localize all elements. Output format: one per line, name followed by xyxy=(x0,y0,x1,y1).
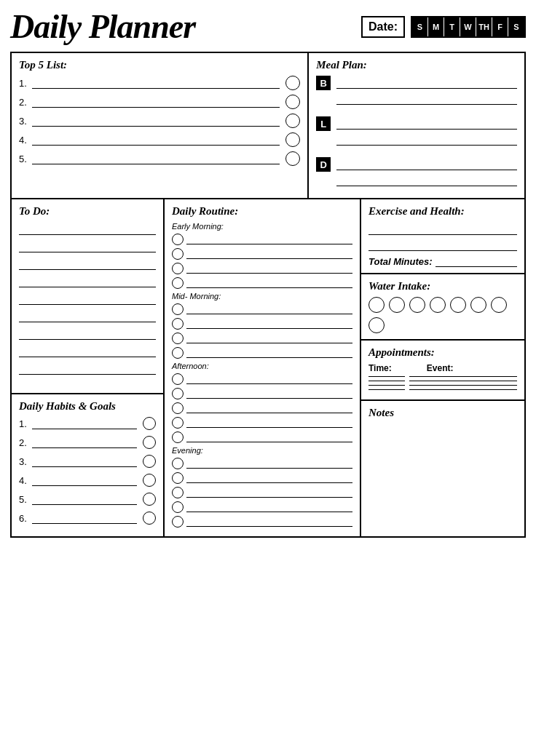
routine-circle[interactable] xyxy=(172,516,184,528)
lunch-line2[interactable] xyxy=(336,132,517,146)
water-circle[interactable] xyxy=(450,297,466,313)
appt-time-line[interactable] xyxy=(368,381,405,381)
appt-time-line[interactable] xyxy=(368,376,405,377)
breakfast-line1[interactable] xyxy=(336,76,517,89)
habit-circle[interactable] xyxy=(143,417,156,430)
routine-circle[interactable] xyxy=(172,487,184,498)
appt-event-line[interactable] xyxy=(409,376,517,377)
dinner-line1[interactable] xyxy=(336,157,517,170)
water-circle[interactable] xyxy=(409,297,425,313)
habit-circle[interactable] xyxy=(143,436,156,449)
routine-line[interactable] xyxy=(186,389,352,399)
water-circle[interactable] xyxy=(368,317,385,333)
item-circle[interactable] xyxy=(285,76,300,90)
routine-circle[interactable] xyxy=(172,318,184,330)
routine-line[interactable] xyxy=(186,502,352,512)
total-minutes-line[interactable] xyxy=(436,255,517,267)
appt-time-line[interactable] xyxy=(368,389,405,390)
appt-event-line[interactable] xyxy=(409,389,517,390)
routine-circle[interactable] xyxy=(172,248,184,260)
routine-line[interactable] xyxy=(186,348,352,358)
routine-circle[interactable] xyxy=(172,417,184,429)
day-cell-m[interactable]: M xyxy=(428,17,444,36)
day-cell-w[interactable]: W xyxy=(460,17,476,36)
appt-time-line[interactable] xyxy=(368,385,405,386)
routine-line[interactable] xyxy=(186,304,352,314)
habit-line[interactable] xyxy=(32,493,137,505)
todo-line[interactable] xyxy=(19,327,156,340)
routine-line[interactable] xyxy=(186,333,352,343)
appt-event-line[interactable] xyxy=(409,385,517,386)
routine-circle[interactable] xyxy=(172,373,184,385)
day-cell-s[interactable]: S xyxy=(412,17,428,36)
habit-line[interactable] xyxy=(32,474,137,486)
day-cell-f[interactable]: F xyxy=(492,17,508,36)
routine-circle[interactable] xyxy=(172,263,184,274)
water-circle[interactable] xyxy=(430,297,446,313)
item-line[interactable] xyxy=(32,115,280,127)
routine-line[interactable] xyxy=(186,418,352,428)
habit-circle[interactable] xyxy=(143,455,156,468)
habit-line[interactable] xyxy=(32,455,137,467)
item-circle[interactable] xyxy=(285,95,300,109)
exercise-line2[interactable] xyxy=(368,238,517,251)
habit-line[interactable] xyxy=(32,418,137,429)
item-line[interactable] xyxy=(32,96,280,108)
routine-line[interactable] xyxy=(186,517,352,527)
lunch-line1[interactable] xyxy=(336,116,517,130)
routine-circle[interactable] xyxy=(172,277,184,289)
day-cell-th[interactable]: TH xyxy=(476,17,492,36)
todo-line[interactable] xyxy=(19,362,156,375)
todo-line[interactable] xyxy=(19,257,156,270)
routine-line[interactable] xyxy=(186,249,352,259)
appt-event-line[interactable] xyxy=(409,381,517,381)
routine-circle[interactable] xyxy=(172,347,184,359)
routine-line[interactable] xyxy=(186,473,352,483)
routine-line[interactable] xyxy=(186,234,352,244)
routine-circle[interactable] xyxy=(172,303,184,315)
habit-line[interactable] xyxy=(32,512,137,524)
habit-line[interactable] xyxy=(32,437,137,448)
routine-line[interactable] xyxy=(186,319,352,329)
habit-circle[interactable] xyxy=(143,512,156,525)
day-cell-t[interactable]: T xyxy=(444,17,460,36)
todo-line[interactable] xyxy=(19,344,156,357)
item-line[interactable] xyxy=(32,153,280,164)
todo-line[interactable] xyxy=(19,292,156,305)
todo-line[interactable] xyxy=(19,274,156,287)
routine-circle[interactable] xyxy=(172,234,184,245)
habit-circle[interactable] xyxy=(143,474,156,487)
routine-circle[interactable] xyxy=(172,402,184,414)
routine-line[interactable] xyxy=(186,458,352,469)
water-circle[interactable] xyxy=(470,297,486,313)
water-circle[interactable] xyxy=(491,297,507,313)
todo-line[interactable] xyxy=(19,239,156,252)
routine-circle[interactable] xyxy=(172,458,184,469)
routine-line[interactable] xyxy=(186,263,352,274)
routine-circle[interactable] xyxy=(172,501,184,513)
routine-circle[interactable] xyxy=(172,431,184,443)
routine-circle[interactable] xyxy=(172,333,184,344)
item-line[interactable] xyxy=(32,134,280,146)
water-circle[interactable] xyxy=(368,297,385,313)
breakfast-line2[interactable] xyxy=(336,92,517,105)
routine-circle[interactable] xyxy=(172,388,184,399)
item-circle[interactable] xyxy=(285,114,300,128)
day-cell-s[interactable]: S xyxy=(508,17,524,36)
notes-heading: Notes xyxy=(368,407,517,419)
routine-line[interactable] xyxy=(186,403,352,413)
routine-line[interactable] xyxy=(186,488,352,498)
dinner-line2[interactable] xyxy=(336,173,517,186)
water-circle[interactable] xyxy=(389,297,405,313)
routine-circle[interactable] xyxy=(172,472,184,484)
routine-line[interactable] xyxy=(186,374,352,384)
todo-line[interactable] xyxy=(19,222,156,235)
todo-line[interactable] xyxy=(19,309,156,322)
habit-circle[interactable] xyxy=(143,493,156,506)
item-circle[interactable] xyxy=(285,151,300,166)
item-circle[interactable] xyxy=(285,132,300,147)
exercise-line1[interactable] xyxy=(368,222,517,235)
routine-line[interactable] xyxy=(186,432,352,442)
routine-line[interactable] xyxy=(186,278,352,288)
item-line[interactable] xyxy=(32,77,280,89)
